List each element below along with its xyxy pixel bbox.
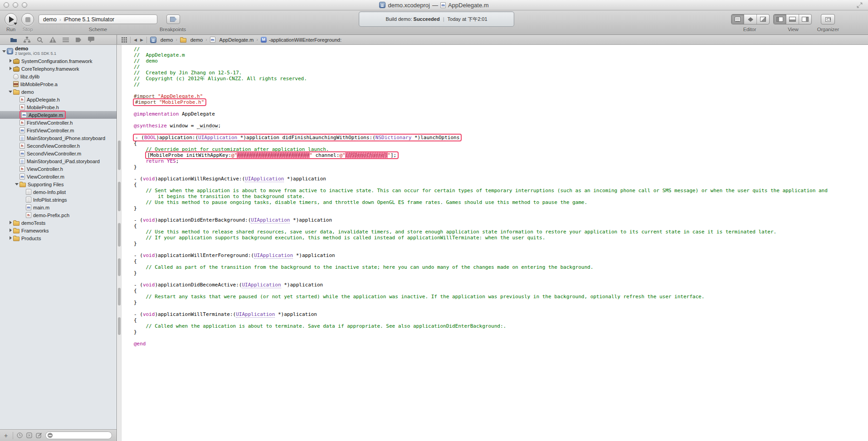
code-line: - (void)applicationDidEnterBackground:(U… bbox=[134, 217, 868, 223]
navigator-panel-button[interactable] bbox=[774, 15, 786, 24]
breadcrumb-item[interactable]: demo bbox=[161, 37, 173, 43]
tree-item-MobileProbe.h[interactable]: MobileProbe.h bbox=[0, 103, 117, 111]
crumb-separator-icon: › bbox=[256, 37, 258, 42]
disclosure-triangle[interactable] bbox=[8, 58, 13, 63]
assistant-editor-button[interactable] bbox=[744, 15, 757, 24]
code-line: // Use this method to release shared res… bbox=[134, 229, 868, 235]
project-navigator-icon[interactable] bbox=[10, 37, 17, 43]
tree-item-demo[interactable]: demo bbox=[0, 88, 117, 96]
symbol-navigator-icon[interactable] bbox=[24, 37, 30, 43]
fold-ribbon-marker[interactable] bbox=[118, 288, 121, 305]
disclosure-triangle[interactable] bbox=[8, 220, 13, 225]
tree-item-Products[interactable]: Products bbox=[0, 234, 117, 242]
disclosure-spacer bbox=[15, 120, 20, 125]
organizer-button[interactable] bbox=[821, 14, 835, 24]
disclosure-triangle[interactable] bbox=[8, 66, 13, 71]
tree-item-label: main.m bbox=[33, 205, 49, 210]
scheme-selector[interactable]: demo › iPhone 5.1 Simulator bbox=[39, 15, 157, 24]
tree-item-MainStoryboard_iPhone.storyboard[interactable]: MainStoryboard_iPhone.storyboard bbox=[0, 134, 117, 142]
disclosure-triangle[interactable] bbox=[8, 228, 13, 233]
add-button[interactable]: + bbox=[3, 432, 9, 439]
code-line: #import "MobileProbe.h" bbox=[134, 99, 868, 105]
tree-item-CoreTelephony.framework[interactable]: CoreTelephony.framework bbox=[0, 65, 117, 73]
tree-item-AppDelegate.m[interactable]: AppDelegate.m bbox=[0, 111, 117, 119]
fold-ribbon-marker[interactable] bbox=[118, 317, 121, 335]
run-button[interactable] bbox=[5, 13, 17, 26]
filter-field[interactable] bbox=[45, 431, 112, 439]
disclosure-spacer bbox=[21, 189, 26, 194]
code-line: { bbox=[134, 317, 868, 323]
filter-unsaved-icon[interactable] bbox=[36, 432, 42, 438]
standard-editor-button[interactable] bbox=[731, 15, 744, 24]
project-subtitle: 2 targets, iOS SDK 5.1 bbox=[15, 51, 56, 56]
tree-item-ViewController.m[interactable]: ViewController.m bbox=[0, 173, 117, 180]
tree-item-label: SystemConfiguration.framework bbox=[21, 58, 93, 64]
tree-item-AppDelegate.h[interactable]: AppDelegate.h bbox=[0, 96, 117, 103]
breadcrumb-item[interactable]: demo bbox=[190, 37, 203, 43]
code-line: // Created by Jin Zhang on 12-5-17. bbox=[134, 70, 868, 76]
tree-item-libMobileProbe.a[interactable]: libMobileProbe.a bbox=[0, 80, 117, 88]
tree-item-main.m[interactable]: main.m bbox=[0, 204, 117, 211]
fold-ribbon-marker[interactable] bbox=[118, 182, 121, 211]
tree-item-SystemConfiguration.framework[interactable]: SystemConfiguration.framework bbox=[0, 57, 117, 65]
tree-item-label: SecondViewController.h bbox=[27, 143, 80, 149]
tree-item-ViewController.h[interactable]: ViewController.h bbox=[0, 165, 117, 173]
breakpoint-navigator-icon[interactable] bbox=[75, 37, 82, 43]
tree-item-Frameworks[interactable]: Frameworks bbox=[0, 227, 117, 234]
filter-recent-icon[interactable] bbox=[17, 432, 23, 438]
plist-file-icon bbox=[26, 189, 31, 195]
forward-button[interactable]: ▶ bbox=[140, 38, 143, 42]
tree-item-demoTests[interactable]: demoTests bbox=[0, 219, 117, 227]
tree-item-Supporting Files[interactable]: Supporting Files bbox=[0, 180, 117, 188]
log-navigator-icon[interactable] bbox=[88, 37, 94, 43]
code-line bbox=[134, 117, 868, 123]
breakpoints-button[interactable] bbox=[166, 15, 180, 24]
tree-item-label: Products bbox=[21, 236, 41, 241]
fullscreen-icon[interactable] bbox=[857, 2, 863, 8]
fold-ribbon-marker[interactable] bbox=[118, 141, 121, 170]
annotation-box: [MobileProbe initWithAppKey:@"##########… bbox=[145, 151, 399, 159]
filter-scm-icon[interactable] bbox=[26, 432, 32, 438]
disclosure-triangle[interactable] bbox=[8, 89, 13, 94]
source-editor[interactable]: //// AppDelegate.m// demo//// Created by… bbox=[117, 45, 868, 441]
filter-icon bbox=[48, 433, 53, 438]
version-editor-button[interactable] bbox=[757, 15, 769, 24]
code-line: } bbox=[134, 164, 868, 170]
fold-ribbon-marker[interactable] bbox=[118, 223, 121, 247]
tree-item-libz.dylib[interactable]: libz.dylib bbox=[0, 73, 117, 80]
breakpoint-icon bbox=[170, 17, 177, 22]
tree-item-FirstViewController.m[interactable]: FirstViewController.m bbox=[0, 126, 117, 134]
code-area[interactable]: //// AppDelegate.m// demo//// Created by… bbox=[134, 46, 868, 347]
debug-navigator-icon[interactable] bbox=[63, 37, 69, 43]
tree-item-SecondViewController.h[interactable]: SecondViewController.h bbox=[0, 142, 117, 150]
utilities-panel-button[interactable] bbox=[799, 15, 811, 24]
disclosure-triangle[interactable] bbox=[8, 236, 13, 241]
breadcrumb-item[interactable]: -applicationWillEnterForeground: bbox=[269, 37, 341, 43]
debug-area-button[interactable] bbox=[786, 15, 799, 24]
disclosure-spacer bbox=[21, 213, 26, 218]
back-button[interactable]: ◀ bbox=[134, 38, 137, 42]
code-line: // Called when the application is about … bbox=[134, 323, 868, 329]
breadcrumb-item[interactable]: AppDelegate.m bbox=[219, 37, 254, 43]
related-items-icon[interactable] bbox=[122, 37, 127, 43]
tree-item-label: demo bbox=[21, 89, 34, 95]
tree-item-demo-Info.plist[interactable]: demo-Info.plist bbox=[0, 188, 117, 196]
search-navigator-icon[interactable] bbox=[37, 37, 43, 43]
row-content: FirstViewController.m bbox=[20, 127, 74, 133]
tree-item-MainStoryboard_iPad.storyboard[interactable]: MainStoryboard_iPad.storyboard bbox=[0, 157, 117, 165]
fold-ribbon bbox=[117, 45, 122, 441]
tree-item-demo-Prefix.pch[interactable]: demo-Prefix.pch bbox=[0, 211, 117, 219]
tree-item-FirstViewController.h[interactable]: FirstViewController.h bbox=[0, 119, 117, 126]
tree-item-InfoPlist.strings[interactable]: InfoPlist.strings bbox=[0, 196, 117, 204]
disclosure-spacer bbox=[15, 143, 20, 148]
disclosure-triangle[interactable] bbox=[15, 182, 20, 187]
tree-item-SecondViewController.m[interactable]: SecondViewController.m bbox=[0, 150, 117, 157]
row-content: Supporting Files bbox=[20, 182, 64, 187]
stop-button[interactable] bbox=[21, 13, 34, 26]
row-content: ViewController.h bbox=[20, 166, 63, 172]
tree-item-demo[interactable]: demo2 targets, iOS SDK 5.1 bbox=[0, 45, 117, 57]
issue-navigator-icon[interactable] bbox=[49, 37, 56, 43]
code-line: } bbox=[134, 300, 868, 305]
disclosure-triangle[interactable] bbox=[2, 49, 7, 54]
fold-ribbon-marker[interactable] bbox=[118, 258, 121, 276]
